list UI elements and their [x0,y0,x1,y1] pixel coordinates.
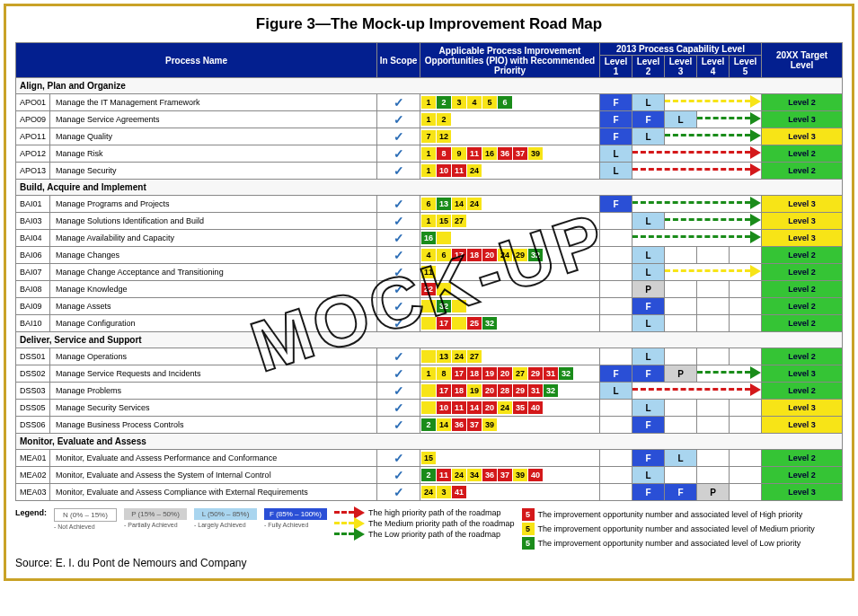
pio-token: 22 [421,283,436,295]
target-cell: Level 2 [762,281,843,298]
pio-token: 2 [421,418,436,431]
target-cell: Level 3 [762,484,843,501]
check-icon: ✓ [394,282,404,296]
pio-token: 37 [513,147,527,160]
process-code: BAI07 [16,264,50,281]
check-icon: ✓ [394,112,404,127]
inscope-cell: ✓ [377,213,420,230]
target-cell: Level 3 [762,400,843,417]
cap-cell [730,348,762,365]
cap-cell [600,281,632,298]
process-code: DSS02 [16,365,50,383]
legend: Legend: N (0% – 15%)- Not Achieved P (15… [15,508,843,551]
pio-token: 9 [452,147,466,160]
cap-cell: P [665,365,697,383]
pio-token: 1 [421,147,436,160]
group-header: Build, Acquire and Implement [16,180,843,196]
cap-cell [665,417,697,434]
process-code: BAI08 [16,281,50,298]
cap-cell: F [600,94,632,111]
pio-token [437,232,451,244]
check-icon: ✓ [394,95,404,110]
cap-cell: L [632,400,665,417]
pio-token: 40 [528,401,543,414]
legend-num-low-icon: 5 [522,537,535,550]
process-name: Manage Security Services [50,400,377,417]
pio-token [452,317,466,330]
cap-cell: L [600,163,632,180]
pio-token: 20 [482,401,497,414]
target-cell: Level 2 [762,94,843,111]
cap-cell [665,348,697,365]
process-name: Manage Quality [50,128,377,145]
target-cell: Level 2 [762,145,843,163]
group-header: Align, Plan and Organize [16,78,843,94]
legend-num-high: The improvement opportunity number and a… [538,510,803,519]
pio-bar: 712 [420,129,599,144]
target-cell: Level 2 [762,348,843,365]
cap-cell: L [632,467,665,484]
cap-cell [730,417,762,434]
cap-cell: L [600,145,632,163]
cap-cell: L [632,247,665,264]
pio-token [452,300,466,312]
pio-token: 20 [498,367,512,380]
cap-cell [730,281,762,298]
pio-token: 41 [452,486,466,498]
cap-cell [665,467,697,484]
cap-cell [600,264,632,281]
pio-token: 35 [513,401,527,414]
pio-token: 4 [421,249,436,261]
cap-cell [665,400,697,417]
col-inscope: In Scope [377,43,420,78]
cap-cell: F [632,111,665,128]
pio-token: 1 [421,215,436,227]
table-row: DSS05Manage Security Services✓1011142024… [16,400,843,417]
target-cell: Level 2 [762,467,843,484]
pio-token: 2 [421,469,436,481]
pio-token: 10 [437,164,451,177]
pio-token: 1 [421,96,436,109]
pio-token: 36 [452,418,466,431]
cap-cell [697,281,730,298]
table-row: BAI08Manage Knowledge✓22PLevel 2 [16,281,843,298]
table-row: MEA02Monitor, Evaluate and Assess the Sy… [16,467,843,484]
cap-cell [600,450,632,467]
cap-cell: L [665,111,697,128]
cap-cell [600,213,632,230]
target-cell: Level 3 [762,365,843,383]
pio-token: 24 [452,469,466,481]
pio-bar: 132427 [420,349,599,364]
process-name: Manage Programs and Projects [50,196,377,213]
pio-cell: 1718192028293132 [420,383,600,400]
inscope-cell: ✓ [377,348,420,365]
target-cell: Level 2 [762,298,843,315]
pio-token: 6 [437,249,451,261]
process-name: Manage Changes [50,247,377,264]
target-cell: Level 2 [762,450,843,467]
inscope-cell: ✓ [377,365,420,383]
cap-cell: F [600,196,632,213]
inscope-cell: ✓ [377,128,420,145]
pio-bar: 22 [420,282,599,296]
check-icon: ✓ [394,383,404,398]
inscope-cell: ✓ [377,247,420,264]
table-row: BAI03Manage Solutions Identification and… [16,213,843,230]
pio-token: 6 [498,96,512,109]
cap-cell [600,400,632,417]
pio-token: 39 [513,469,527,481]
cap-cell: F [632,450,665,467]
col-lvl4: Level 4 [697,56,730,78]
pio-token: 20 [482,249,497,261]
pio-cell: 172532 [420,315,600,332]
cap-cell [665,281,697,298]
target-cell: Level 2 [762,163,843,180]
legend-num-high-icon: 5 [522,508,535,521]
pio-token: 1 [421,113,436,126]
process-code: DSS05 [16,400,50,417]
check-icon: ✓ [394,400,404,415]
check-icon: ✓ [394,163,404,178]
arrow-cell [665,94,762,111]
cap-cell: F [632,298,665,315]
table-row: DSS06Manage Business Process Controls✓21… [16,417,843,434]
